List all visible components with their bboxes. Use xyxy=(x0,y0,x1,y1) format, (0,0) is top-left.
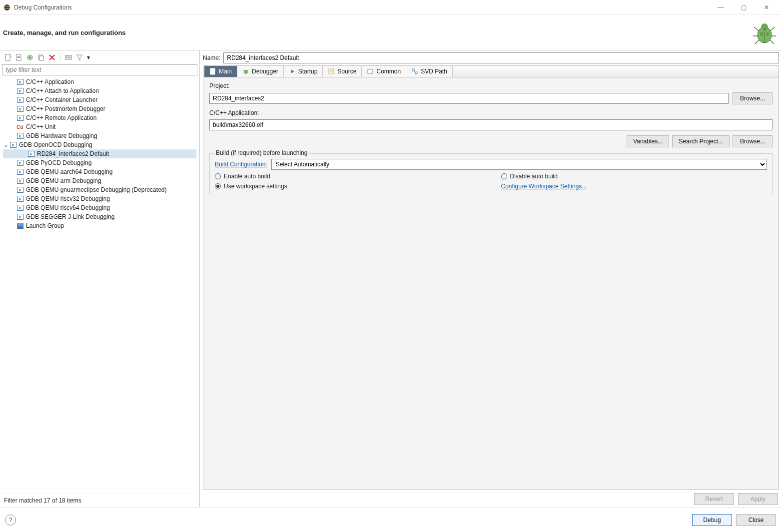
svg-line-6 xyxy=(770,27,775,31)
tree-label: RD284_interfaces2 Default xyxy=(37,150,109,157)
duplicate-icon[interactable] xyxy=(37,53,45,61)
tab-body-main: Project: Browse... C/C++ Application: Va… xyxy=(203,77,779,490)
tab-label: Main xyxy=(219,68,232,75)
tree-item-cpp-remote[interactable]: cC/C++ Remote Application xyxy=(3,113,196,122)
tree-item-cpp-unit[interactable]: CüC/C++ Unit xyxy=(3,122,196,131)
name-label: Name: xyxy=(203,54,220,61)
configure-workspace-link[interactable]: Configure Workspace Settings... xyxy=(501,183,768,190)
build-configuration-select[interactable]: Select Automatically xyxy=(271,159,767,170)
tree-item-gdb-qemu-deprecated[interactable]: cGDB QEMU gnuarmeclipse Debugging (Depre… xyxy=(3,185,196,194)
minimize-button[interactable]: — xyxy=(712,4,729,11)
svg-line-10 xyxy=(770,40,774,44)
svg-rect-15 xyxy=(17,56,20,56)
svg-line-5 xyxy=(754,27,759,31)
collapse-all-icon[interactable] xyxy=(64,53,72,61)
tree-item-cpp-attach[interactable]: cC/C++ Attach to Application xyxy=(3,86,196,95)
tab-source[interactable]: Source xyxy=(323,66,362,77)
toolbar-separator xyxy=(60,53,60,61)
tree-item-gdb-openocd[interactable]: ⌄cGDB OpenOCD Debugging xyxy=(3,140,196,149)
expand-icon[interactable]: ⌄ xyxy=(3,141,9,148)
revert-button[interactable]: Revert xyxy=(694,493,734,505)
close-button[interactable]: ✕ xyxy=(758,4,775,11)
tree-item-cpp-postmortem[interactable]: cC/C++ Postmortem Debugger xyxy=(3,104,196,113)
tab-startup[interactable]: Startup xyxy=(284,66,323,77)
tree-item-gdb-qemu-arm[interactable]: cGDB QEMU arm Debugging xyxy=(3,176,196,185)
tab-debugger[interactable]: Debugger xyxy=(237,66,284,77)
tab-svd-path[interactable]: SVD Path xyxy=(406,66,453,77)
right-bottom-buttons: Revert Apply xyxy=(203,490,779,505)
tree-item-gdb-qemu-aarch64[interactable]: cGDB QEMU aarch64 Debugging xyxy=(3,167,196,176)
build-configuration-link[interactable]: Build Configuration: xyxy=(215,161,267,168)
build-group-title: Build (if required) before launching xyxy=(214,149,309,156)
filter-icon[interactable] xyxy=(75,53,83,61)
app-browse-button[interactable]: Browse... xyxy=(733,135,773,147)
tree-item-cpp-container[interactable]: cC/C++ Container Launcher xyxy=(3,95,196,104)
eclipse-icon xyxy=(3,3,11,11)
svg-rect-22 xyxy=(210,68,215,74)
window-title: Debug Configurations xyxy=(14,4,712,11)
radio-enable-auto-build[interactable]: Enable auto build xyxy=(215,173,481,180)
right-pane: Name: Main Debugger Startup Source xyxy=(200,50,781,507)
radio-label: Use workspace settings xyxy=(224,183,287,190)
debug-button[interactable]: Debug xyxy=(692,514,732,526)
svg-rect-16 xyxy=(17,57,20,58)
tab-label: Source xyxy=(337,68,356,75)
new-proto-config-icon[interactable] xyxy=(15,53,23,61)
tree-label: C/C++ Container Launcher xyxy=(26,96,97,103)
titlebar: Debug Configurations — ▢ ✕ xyxy=(0,0,781,15)
tree-label: C/C++ Remote Application xyxy=(26,114,96,121)
tree-item-gdb-qemu-riscv64[interactable]: cGDB QEMU riscv64 Debugging xyxy=(3,203,196,212)
tree-label: C/C++ Application xyxy=(26,78,74,85)
banner-title: Create, manage, and run configurations xyxy=(2,29,126,36)
tab-main[interactable]: Main xyxy=(204,66,237,77)
variables-button[interactable]: Variables... xyxy=(627,135,669,147)
tree-label: Launch Group xyxy=(26,222,64,229)
app-label: C/C++ Application: xyxy=(209,109,773,116)
banner: Create, manage, and run configurations xyxy=(0,15,781,50)
close-dialog-button[interactable]: Close xyxy=(736,514,776,526)
tree-label: GDB SEGGER J-Link Debugging xyxy=(26,213,114,220)
svg-rect-27 xyxy=(368,69,373,73)
tree-item-gdb-pyocd[interactable]: cGDB PyOCD Debugging xyxy=(3,158,196,167)
left-pane: ▾ cC/C++ Application cC/C++ Attach to Ap… xyxy=(0,50,200,507)
window-controls: — ▢ ✕ xyxy=(712,4,778,11)
tree-item-gdb-segger-jlink[interactable]: cGDB SEGGER J-Link Debugging xyxy=(3,212,196,221)
delete-icon[interactable] xyxy=(48,53,56,61)
play-icon xyxy=(289,68,296,75)
export-icon[interactable] xyxy=(26,53,34,61)
maximize-button[interactable]: ▢ xyxy=(735,4,752,11)
filter-status: Filter matched 17 of 18 items xyxy=(2,494,197,507)
project-browse-button[interactable]: Browse... xyxy=(733,92,773,104)
name-input[interactable] xyxy=(223,52,779,63)
tree-item-cpp-app[interactable]: cC/C++ Application xyxy=(3,77,196,86)
app-input[interactable] xyxy=(209,119,773,130)
common-icon xyxy=(367,68,374,75)
filter-input[interactable] xyxy=(2,64,197,75)
document-icon xyxy=(209,68,216,75)
search-project-button[interactable]: Search Project... xyxy=(672,135,730,147)
tree-label: GDB Hardware Debugging xyxy=(26,132,97,139)
radio-use-workspace-settings[interactable]: Use workspace settings xyxy=(215,183,481,190)
tree-item-gdb-qemu-riscv32[interactable]: cGDB QEMU riscv32 Debugging xyxy=(3,194,196,203)
tree-label: GDB QEMU riscv64 Debugging xyxy=(26,204,110,211)
tab-common[interactable]: Common xyxy=(362,66,406,77)
tree-item-rd284-default[interactable]: cRD284_interfaces2 Default xyxy=(3,149,196,158)
svg-point-11 xyxy=(760,32,763,36)
svg-point-12 xyxy=(766,32,769,36)
tree-item-gdb-hardware[interactable]: cGDB Hardware Debugging xyxy=(3,131,196,140)
tabs: Main Debugger Startup Source Common SVD … xyxy=(203,65,779,77)
help-icon[interactable]: ? xyxy=(5,515,16,526)
project-input[interactable] xyxy=(209,93,729,104)
svg-rect-19 xyxy=(39,56,43,60)
tree-item-launch-group[interactable]: Launch Group xyxy=(3,221,196,230)
filter-dropdown-icon[interactable]: ▾ xyxy=(86,53,90,61)
svg-rect-13 xyxy=(5,54,10,60)
svg-point-0 xyxy=(4,4,10,10)
new-config-icon[interactable] xyxy=(4,53,12,61)
apply-button[interactable]: Apply xyxy=(738,493,778,505)
tree-label: GDB QEMU riscv32 Debugging xyxy=(26,195,110,202)
radio-disable-auto-build[interactable]: Disable auto build xyxy=(501,173,768,180)
split-pane: ▾ cC/C++ Application cC/C++ Attach to Ap… xyxy=(0,50,781,507)
tree-label: C/C++ Attach to Application xyxy=(26,87,99,94)
config-tree[interactable]: cC/C++ Application cC/C++ Attach to Appl… xyxy=(2,75,197,494)
